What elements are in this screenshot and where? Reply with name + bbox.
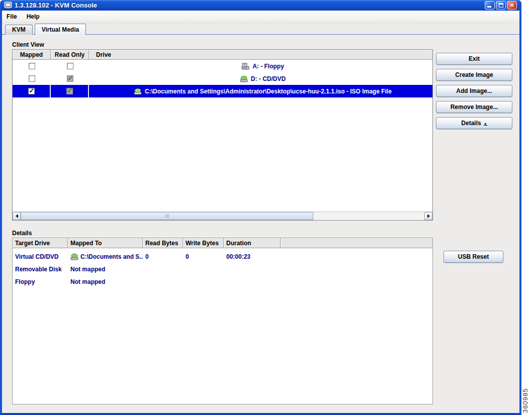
maximize-button[interactable] xyxy=(496,1,506,10)
column-header-drive[interactable]: Drive xyxy=(89,50,432,60)
scroll-right-button[interactable] xyxy=(424,212,432,220)
details-row-removable-disk[interactable]: Removable Disk Not mapped xyxy=(13,263,432,275)
horizontal-scrollbar[interactable] xyxy=(13,212,432,220)
read-bytes-cell: 0 xyxy=(143,253,183,260)
details-panel: Target Drive Mapped To Read Bytes Write … xyxy=(12,238,433,404)
details-row-virtual-cddvd[interactable]: Virtual CD/DVD C:\Documents and S... 0 0… xyxy=(13,250,432,263)
left-arrow-icon xyxy=(16,214,18,218)
target-drive-cell: Floppy xyxy=(13,278,68,285)
tab-virtual-media[interactable]: Virtual Media xyxy=(35,24,86,35)
mapped-checkbox[interactable] xyxy=(29,75,35,82)
floppy-drive-icon xyxy=(241,62,249,70)
write-bytes-cell: 0 xyxy=(183,253,224,260)
column-header-duration[interactable]: Duration xyxy=(224,238,281,248)
close-button[interactable] xyxy=(507,1,517,10)
mapped-to-cell: Not mapped xyxy=(68,278,143,285)
titlebar[interactable]: 1.3.128.102 - KVM Console xyxy=(2,0,519,11)
mapped-checkbox[interactable] xyxy=(29,63,35,69)
iso-image-icon xyxy=(134,87,142,95)
details-label: Details xyxy=(12,230,32,237)
read-only-checkbox[interactable] xyxy=(67,75,73,82)
scrollbar-thumb[interactable] xyxy=(21,212,313,220)
grip-icon xyxy=(165,214,166,218)
details-row-floppy[interactable]: Floppy Not mapped xyxy=(13,275,432,288)
mapped-to-path: C:\Documents and S... xyxy=(80,253,143,260)
details-body: Virtual CD/DVD C:\Documents and S... 0 0… xyxy=(13,248,432,288)
details-button-label: Details xyxy=(461,120,481,127)
tab-strip: KVM Virtual Media xyxy=(2,23,519,35)
column-header-target-drive[interactable]: Target Drive xyxy=(13,238,68,248)
usb-reset-button[interactable]: USB Reset xyxy=(444,251,503,263)
exit-button[interactable]: Exit xyxy=(436,53,512,65)
minimize-button[interactable] xyxy=(485,1,495,10)
column-header-mapped[interactable]: Mapped xyxy=(13,50,51,60)
scroll-left-button[interactable] xyxy=(13,212,21,220)
mapped-checkbox[interactable] xyxy=(28,88,35,94)
menubar: File Help xyxy=(2,11,519,23)
read-only-checkbox[interactable] xyxy=(66,88,73,94)
monitor-icon xyxy=(4,2,12,9)
kvm-console-window: 1.3.128.102 - KVM Console File Help KVM … xyxy=(0,0,521,415)
client-view-empty-area xyxy=(13,97,432,212)
cd-drive-icon xyxy=(70,253,78,260)
figure-number: 360985 xyxy=(521,372,532,413)
tab-kvm[interactable]: KVM xyxy=(5,25,33,35)
details-toggle-button[interactable]: Details xyxy=(436,117,512,129)
drive-label: A: - Floppy xyxy=(252,63,284,70)
client-view-table: Mapped Read Only Drive A: - Floppy xyxy=(12,49,433,221)
column-header-read-only[interactable]: Read Only xyxy=(51,50,89,60)
remove-image-button[interactable]: Remove Image... xyxy=(436,101,512,113)
target-drive-cell: Virtual CD/DVD xyxy=(13,253,68,260)
window-title: 1.3.128.102 - KVM Console xyxy=(15,2,484,9)
column-header-read-bytes[interactable]: Read Bytes xyxy=(143,238,183,248)
duration-cell: 00:00:23 xyxy=(224,253,281,260)
mapped-to-cell: C:\Documents and S... xyxy=(68,253,143,260)
create-image-button[interactable]: Create Image xyxy=(436,69,512,81)
menu-file[interactable]: File xyxy=(7,13,17,20)
drive-label: D: - CD/DVD xyxy=(251,75,286,82)
drive-row-cddvd[interactable]: D: - CD/DVD xyxy=(13,72,432,85)
scrollbar-track[interactable] xyxy=(21,212,424,220)
details-header-filler xyxy=(281,238,432,248)
grip-icon xyxy=(168,214,169,218)
cd-drive-icon xyxy=(240,75,248,82)
client-view-label: Client View xyxy=(12,41,44,48)
right-arrow-icon xyxy=(427,214,430,218)
column-header-mapped-to[interactable]: Mapped To xyxy=(68,238,143,248)
grip-icon xyxy=(167,214,167,218)
add-image-button[interactable]: Add Image... xyxy=(436,85,512,97)
client-view-header: Mapped Read Only Drive xyxy=(13,50,432,60)
drive-row-iso-image[interactable]: C:\Documents and Settings\Administrator\… xyxy=(13,85,432,97)
menu-help[interactable]: Help xyxy=(27,13,40,20)
column-header-write-bytes[interactable]: Write Bytes xyxy=(183,238,224,248)
drive-row-floppy[interactable]: A: - Floppy xyxy=(13,60,432,72)
read-only-checkbox[interactable] xyxy=(67,63,73,69)
details-header: Target Drive Mapped To Read Bytes Write … xyxy=(13,238,432,248)
collapse-up-icon xyxy=(484,121,487,126)
mapped-to-cell: Not mapped xyxy=(68,266,143,273)
target-drive-cell: Removable Disk xyxy=(13,266,68,273)
drive-label: C:\Documents and Settings\Administrator\… xyxy=(145,88,392,95)
